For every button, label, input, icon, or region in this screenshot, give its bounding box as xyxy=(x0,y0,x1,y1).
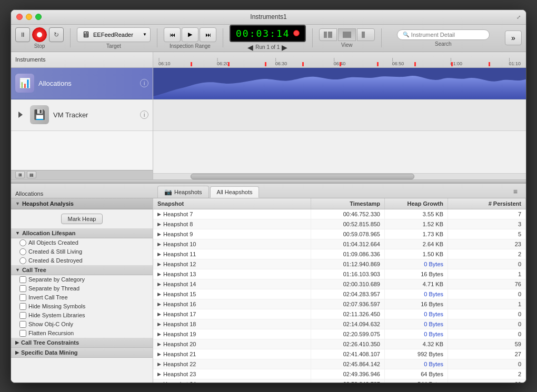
row-expand-icon[interactable]: ▶ xyxy=(157,361,161,367)
created-destroyed-item[interactable]: Created & Destroyed xyxy=(11,256,153,265)
row-expand-icon[interactable]: ▶ xyxy=(157,222,161,227)
record-button[interactable] xyxy=(32,27,47,42)
instrument-row-allocations[interactable]: 📊 Allocations i xyxy=(11,68,153,99)
scrollbar-thumb[interactable] xyxy=(191,174,414,179)
prev-run-button[interactable]: ◀ xyxy=(247,43,253,52)
invert-call-tree-item[interactable]: Invert Call Tree xyxy=(11,293,153,302)
table-row[interactable]: ▶Heapshot 1402:00.310.6894.71 KB76 xyxy=(153,279,526,289)
call-tree-constraints-header[interactable]: ▶ Call Tree Constraints xyxy=(11,338,153,348)
all-objects-radio[interactable] xyxy=(19,239,26,246)
hide-missing-symbols-item[interactable]: Hide Missing Symbols xyxy=(11,302,153,311)
status-icon-1[interactable]: ⊞ xyxy=(15,171,25,178)
th-persistent[interactable]: # Persistent xyxy=(448,198,526,209)
table-row[interactable]: ▶Heapshot 1101:09.086.3361.50 KB2 xyxy=(153,249,526,259)
allocation-lifespan-header[interactable]: ▼ Allocation Lifespan xyxy=(11,228,153,238)
minimize-button[interactable] xyxy=(26,14,32,20)
specific-data-mining-header[interactable]: ▶ Specific Data Mining xyxy=(11,348,153,358)
separate-category-label: Separate by Category xyxy=(28,276,85,283)
more-options-button[interactable]: ≡ xyxy=(509,185,522,198)
table-row[interactable]: ▶Heapshot 1702:11.326.4500 Bytes0 xyxy=(153,309,526,319)
tab-heapshots[interactable]: 📷 Heapshots xyxy=(157,186,209,198)
table-row[interactable]: ▶Heapshot 1001:04.312.6642.64 KB23 xyxy=(153,239,526,249)
table-row[interactable]: ▶Heapshot 2102:41.408.107992 Bytes27 xyxy=(153,349,526,359)
table-row[interactable]: ▶Heapshot 1201:12.940.8690 Bytes0 xyxy=(153,259,526,269)
snapshot-name: Heapshot 11 xyxy=(163,251,196,257)
allocations-info-button[interactable]: i xyxy=(140,79,148,87)
call-tree-header[interactable]: ▼ Call Tree xyxy=(11,265,153,275)
td-snapshot: ▶Heapshot 20 xyxy=(153,339,311,349)
table-row[interactable]: ▶Heapshot 2402:53.842.787544 Bytes20 xyxy=(153,379,526,383)
invert-call-tree-checkbox[interactable] xyxy=(19,294,26,301)
view-btn-3[interactable] xyxy=(357,28,375,41)
flatten-recursion-item[interactable]: Flatten Recursion xyxy=(11,329,153,338)
th-heap-growth[interactable]: Heap Growth xyxy=(385,198,448,209)
show-objc-checkbox[interactable] xyxy=(19,321,26,328)
row-expand-icon[interactable]: ▶ xyxy=(157,321,161,327)
go-to-end-button[interactable]: ⏭ xyxy=(200,27,216,42)
row-expand-icon[interactable]: ▶ xyxy=(157,381,161,383)
vmtracker-expand[interactable] xyxy=(15,112,26,118)
view-btn-2[interactable] xyxy=(338,28,356,41)
refresh-button[interactable]: ↻ xyxy=(49,27,64,42)
close-button[interactable] xyxy=(16,14,23,20)
show-objc-only-item[interactable]: Show Obj-C Only xyxy=(11,320,153,329)
view-btn-1[interactable] xyxy=(319,28,337,41)
next-run-button[interactable]: ▶ xyxy=(282,43,287,52)
row-expand-icon[interactable]: ▶ xyxy=(157,371,161,377)
hide-system-libraries-checkbox[interactable] xyxy=(19,312,26,319)
separate-thread-checkbox[interactable] xyxy=(19,285,26,292)
row-expand-icon[interactable]: ▶ xyxy=(157,301,161,307)
table-row[interactable]: ▶Heapshot 2002:26.410.3504.32 KB59 xyxy=(153,339,526,349)
table-row[interactable]: ▶Heapshot 1502:04.283.9570 Bytes0 xyxy=(153,289,526,299)
all-objects-created-item[interactable]: All Objects Created xyxy=(11,238,153,247)
table-row[interactable]: ▶Heapshot 2302:49.396.94664 Bytes2 xyxy=(153,369,526,379)
table-row[interactable]: ▶Heapshot 1802:14.094.6320 Bytes0 xyxy=(153,319,526,329)
row-expand-icon[interactable]: ▶ xyxy=(157,242,161,247)
table-row[interactable]: ▶Heapshot 1602:07.936.59716 Bytes1 xyxy=(153,299,526,309)
table-row[interactable]: ▶Heapshot 700:46.752.3303.55 KB7 xyxy=(153,209,526,219)
play-button[interactable]: ▶ xyxy=(182,27,198,42)
separate-category-item[interactable]: Separate by Category xyxy=(11,275,153,284)
th-timestamp[interactable]: Timestamp xyxy=(311,198,385,209)
table-row[interactable]: ▶Heapshot 800:52.815.8501.52 KB3 xyxy=(153,219,526,229)
separate-category-checkbox[interactable] xyxy=(19,276,26,283)
row-expand-icon[interactable]: ▶ xyxy=(157,252,161,257)
row-expand-icon[interactable]: ▶ xyxy=(157,262,161,267)
created-destroyed-radio[interactable] xyxy=(19,257,26,264)
hide-missing-symbols-checkbox[interactable] xyxy=(19,303,26,310)
separate-thread-item[interactable]: Separate by Thread xyxy=(11,284,153,293)
th-snapshot[interactable]: Snapshot xyxy=(153,198,311,209)
mark-heap-button[interactable]: Mark Heap xyxy=(61,214,103,224)
row-expand-icon[interactable]: ▶ xyxy=(157,311,161,317)
expand-icon[interactable]: ⤢ xyxy=(516,14,521,20)
pause-button[interactable]: ⏸ xyxy=(15,27,30,42)
table-row[interactable]: ▶Heapshot 1301:16.103.90316 Bytes1 xyxy=(153,269,526,279)
tab-all-heapshots[interactable]: All Heapshots xyxy=(210,186,260,198)
timeline-scrollbar[interactable] xyxy=(153,173,526,179)
table-row[interactable]: ▶Heapshot 1902:20.599.0750 Bytes0 xyxy=(153,329,526,339)
row-expand-icon[interactable]: ▶ xyxy=(157,341,161,347)
maximize-button[interactable] xyxy=(35,14,42,20)
row-expand-icon[interactable]: ▶ xyxy=(157,272,161,277)
go-to-start-button[interactable]: ⏮ xyxy=(164,27,181,42)
created-still-living-item[interactable]: Created & Still Living xyxy=(11,247,153,256)
row-expand-icon[interactable]: ▶ xyxy=(157,351,161,357)
row-expand-icon[interactable]: ▶ xyxy=(157,212,161,217)
search-input[interactable] xyxy=(411,32,484,38)
heapshot-analysis-header[interactable]: ▼ Heapshot Analysis xyxy=(11,198,153,209)
status-icon-2[interactable]: ▤ xyxy=(27,171,36,178)
vmtracker-info-button[interactable]: i xyxy=(140,110,148,119)
search-box[interactable]: 🔍 xyxy=(397,29,490,40)
table-row[interactable]: ▶Heapshot 2202:45.864.1420 Bytes0 xyxy=(153,359,526,369)
hide-system-libraries-item[interactable]: Hide System Libraries xyxy=(11,311,153,320)
flatten-recursion-checkbox[interactable] xyxy=(19,330,26,337)
detail-toggle-button[interactable]: » xyxy=(505,31,522,45)
row-expand-icon[interactable]: ▶ xyxy=(157,282,161,287)
row-expand-icon[interactable]: ▶ xyxy=(157,292,161,297)
created-living-radio[interactable] xyxy=(19,248,26,255)
target-select[interactable]: 🖥 EEFeedReader xyxy=(77,27,151,42)
instrument-row-vmtracker[interactable]: 💾 VM Tracker i xyxy=(11,99,153,131)
row-expand-icon[interactable]: ▶ xyxy=(157,232,161,237)
table-row[interactable]: ▶Heapshot 900:59.078.9651.73 KB5 xyxy=(153,229,526,239)
row-expand-icon[interactable]: ▶ xyxy=(157,331,161,337)
